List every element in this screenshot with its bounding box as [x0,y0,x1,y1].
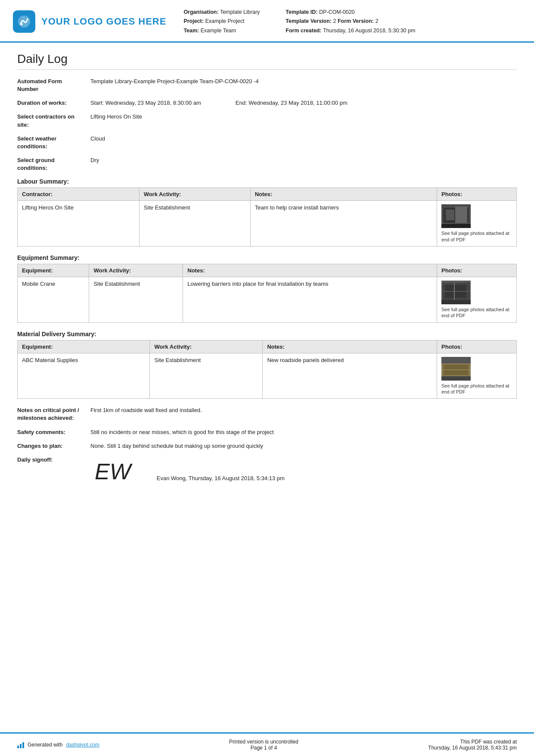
form-number-row: Automated Form Number Template Library-E… [17,78,517,93]
logo-area: YOUR LOGO GOES HERE [13,10,166,33]
team-label: Team: [183,28,199,34]
labour-summary-table: Contractor: Work Activity: Notes: Photos… [17,187,517,247]
material-delivery-title: Material Delivery Summary: [17,331,517,337]
equip-col-notes: Notes: [183,264,437,277]
mat-activity: Site Establishment [150,353,263,399]
critical-value: First 1km of roadside wall fixed and ins… [90,406,517,414]
mat-photos: See full page photos attached at end of … [437,353,517,399]
changes-row: Changes to plan: None. Still 1 day behin… [17,442,517,450]
labour-notes: Team to help crane install barriers [250,201,437,247]
footer-site-link[interactable]: dashpivot.com [66,742,99,748]
duration-label: Duration of works: [17,99,90,107]
footer-center: Printed version is uncontrolled Page 1 o… [229,739,298,751]
project-label: Project: [183,18,204,24]
contractors-row: Select contractors on site: Lifting Hero… [17,113,517,128]
uncontrolled-text: Printed version is uncontrolled [229,739,298,745]
changes-label: Changes to plan: [17,442,90,450]
template-id-label: Template ID: [286,9,317,15]
mat-col-photos: Photos: [437,340,517,353]
page-header: YOUR LOGO GOES HERE Organisation: Templa… [0,0,534,43]
equip-equipment: Mobile Crane [18,277,89,323]
weather-row: Select weather conditions: Cloud [17,135,517,150]
form-version-value: 2 [376,18,379,24]
header-meta: Organisation: Template Library Project: … [183,8,517,35]
template-id-value: DP-COM-0020 [319,9,355,15]
equip-col-activity: Work Activity: [89,264,183,277]
template-version-value: 2 [333,18,336,24]
labour-col-notes: Notes: [250,188,437,201]
signoff-info: Evan Wong, Thursday, 16 August 2018, 5:3… [157,475,285,486]
ground-label: Select ground conditions: [17,156,90,172]
pdf-created-date: Thursday, 16 August 2018, 5:43:31 pm [428,745,517,751]
equip-photos: See full page photos attached at end of … [437,277,517,323]
svg-rect-5 [455,206,467,223]
duration-row: Duration of works: Start: Wednesday, 23 … [17,99,517,107]
logo-text: YOUR LOGO GOES HERE [41,16,166,27]
labour-col-contractor: Contractor: [18,188,140,201]
main-content: Daily Log Automated Form Number Template… [0,43,534,732]
equipment-summary-title: Equipment Summary: [17,254,517,261]
svg-rect-13 [441,300,471,304]
labour-photos: See full page photos attached at end of … [437,201,517,247]
equip-notes: Lowering barriers into place for final i… [183,277,437,323]
form-created-label: Form created: [286,28,321,34]
template-version-label: Template Version: [286,18,332,24]
labour-row: Lifting Heros On Site Site Establishment… [18,201,517,247]
footer-logo [17,741,24,748]
form-created-value: Thursday, 16 August 2018, 5:30:30 pm [323,28,416,34]
labour-summary-title: Labour Summary: [17,178,517,185]
mat-photo-thumb [441,357,471,381]
ground-value: Dry [90,156,517,164]
equipment-row: Mobile Crane Site Establishment Lowering… [18,277,517,323]
bar2 [20,744,22,748]
weather-value: Cloud [90,135,517,143]
bar1 [17,746,19,748]
page-title: Daily Log [17,52,517,70]
mat-col-activity: Work Activity: [150,340,263,353]
project-value: Example Project [205,18,244,24]
equip-photo-caption: See full page photos attached at end of … [441,306,512,319]
duration-value: Start: Wednesday, 23 May 2018, 8:30:00 a… [90,99,517,107]
svg-rect-7 [441,224,471,228]
labour-contractor: Lifting Heros On Site [18,201,140,247]
header-meta-left: Organisation: Template Library Project: … [183,8,260,35]
team-value: Example Team [201,28,236,34]
material-row: ABC Material Supplies Site Establishment… [18,353,517,399]
equipment-summary-table: Equipment: Work Activity: Notes: Photos:… [17,264,517,323]
svg-rect-18 [441,357,471,363]
labour-col-activity: Work Activity: [139,188,250,201]
signoff-value: EW Evan Wong, Thursday, 16 August 2018, … [90,456,517,486]
critical-label: Notes on critical point / milestones ach… [17,406,90,422]
form-version-label: Form Version: [338,18,374,24]
svg-rect-4 [446,209,454,220]
signoff-row: Daily signoff: EW Evan Wong, Thursday, 1… [17,456,517,486]
pdf-created-text: This PDF was created at [428,739,517,745]
safety-label: Safety comments: [17,428,90,436]
changes-value: None. Still 1 day behind schedule but ma… [90,442,517,450]
form-number-value: Template Library-Example Project-Example… [90,78,517,85]
contractors-label: Select contractors on site: [17,113,90,128]
form-number-label: Automated Form Number [17,78,90,93]
org-value: Template Library [220,9,260,15]
page-text: Page 1 of 4 [229,745,298,751]
equip-photo-thumb [441,281,471,304]
equip-col-equipment: Equipment: [18,264,89,277]
material-delivery-table: Equipment: Work Activity: Notes: Photos:… [17,340,517,399]
footer-left: Generated with dashpivot.com [17,741,99,748]
mat-photo-caption: See full page photos attached at end of … [441,383,512,395]
signoff-label: Daily signoff: [17,456,90,464]
duration-end: End: Wednesday, 23 May 2018, 11:00:00 pm [236,99,348,107]
contractors-value: Lifting Heros On Site [90,113,517,121]
generated-text: Generated with [28,742,62,748]
footer-bar-icon [17,741,24,748]
equip-col-photos: Photos: [437,264,517,277]
mat-equipment: ABC Material Supplies [18,353,150,399]
signoff-signature: EW [90,459,131,484]
footer-right: This PDF was created at Thursday, 16 Aug… [428,739,517,751]
mat-col-equipment: Equipment: [18,340,150,353]
labour-photo-thumb [441,204,471,228]
mat-col-notes: Notes: [263,340,437,353]
logo-icon [13,10,35,33]
svg-rect-19 [441,376,471,381]
labour-col-photos: Photos: [437,188,517,201]
